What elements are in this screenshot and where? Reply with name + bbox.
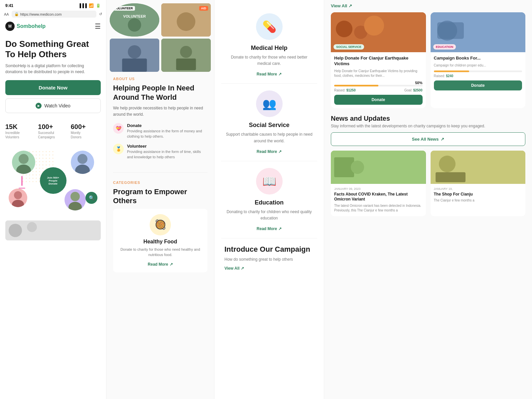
donate-campaign-button-cianjur[interactable]: Donate — [334, 95, 423, 105]
medical-read-more-label: Read More — [257, 72, 277, 76]
campaign-title-cianjur: Help Donate For Cianjur Earthquake Victi… — [334, 56, 423, 67]
svg-rect-10 — [21, 176, 23, 186]
campaign-intro: Introduce Our Campaign How do something … — [221, 238, 317, 271]
news-desc: Stay informed with the latest developmen… — [331, 124, 525, 128]
campaign-percent-cianjur: 50% — [334, 81, 423, 85]
panel-services: 💊 Medical Help Donate to charity for tho… — [214, 0, 324, 399]
wifi-icon: 📶 — [89, 3, 94, 8]
svg-point-2 — [19, 154, 29, 164]
nav-header: M Sombohelp ☰ — [0, 19, 106, 34]
campaign-desc-books: Campaign for children proper edu... — [434, 63, 522, 68]
view-all-top[interactable]: View All ↗ — [331, 0, 525, 12]
campaign-badge-edu: EDUCATION — [433, 44, 456, 50]
status-bar: 9:41 ▐▐▐ 📶 🔋 — [0, 0, 106, 9]
campaign-progress-fill-books — [434, 70, 469, 72]
stat-label-campaigns: SuccessfulCampaigns — [38, 131, 68, 139]
social-read-more[interactable]: Read More ↗ — [257, 149, 282, 154]
stat-label-volunteers: IncredibleVolunters — [5, 131, 35, 139]
see-all-news-label: See All News — [412, 137, 439, 142]
stat-volunteers: 15K IncredibleVolunters — [5, 123, 35, 139]
avatar-2 — [71, 151, 94, 174]
healthy-food-read-more[interactable]: Read More ↗ — [148, 262, 173, 267]
hamburger-menu[interactable]: ☰ — [95, 22, 101, 30]
news-img-covid — [331, 151, 426, 184]
categories-content: CATEGORIES Program to Empower Others 🥘 H… — [106, 175, 214, 282]
medical-read-more[interactable]: Read More ↗ — [257, 72, 282, 76]
volunteer-feature-desc: Providing assistance in the form of time… — [127, 149, 207, 160]
community-section: Join 500+ People Donate 🔍 — [5, 144, 101, 217]
raised-value-books: $240 — [446, 74, 453, 78]
svg-point-14 — [27, 222, 37, 232]
goal-label-cianjur: Goal: $2500 — [404, 88, 423, 92]
donate-campaign-button-books[interactable]: Donate — [434, 80, 522, 90]
svg-point-7 — [12, 200, 24, 207]
education-desc: Donating to charity for children who nee… — [224, 209, 314, 221]
news-date-covid: JANUARY 09, 2023 — [334, 187, 423, 191]
news-headline-covid: Facts About COVID Kraken, The Latest Omi… — [334, 192, 423, 202]
feature-donate: 💝 Donate Providing assistance in the for… — [113, 123, 207, 139]
stat-num-volunteers: 15K — [5, 123, 35, 131]
logo-icon: M — [5, 22, 15, 31]
about-desc: We help provide necessities to help peop… — [113, 105, 207, 118]
status-icons: ▐▐▐ 📶 🔋 — [78, 3, 101, 8]
search-badge[interactable]: 🔍 — [85, 192, 97, 204]
medical-title: Medical Help — [224, 45, 314, 52]
stat-campaigns: 100+ SuccessfulCampaigns — [38, 123, 68, 139]
about-img-volunteer: VOLUNTEER VOLUNTEER — [110, 3, 159, 37]
svg-rect-11 — [19, 188, 25, 189]
reload-icon[interactable]: ↺ — [99, 12, 102, 16]
svg-text:VOLUNTEER: VOLUNTEER — [123, 14, 146, 18]
campaign-badge-social-label: SOCIAL SERVICE — [336, 45, 361, 49]
font-size-label: AA — [4, 12, 9, 16]
education-arrow: ↗ — [278, 226, 282, 231]
healthy-food-read-more-label: Read More — [148, 262, 168, 267]
campaign-intro-desc: How do something great to help others — [224, 256, 314, 262]
see-all-news-arrow: ↗ — [441, 137, 444, 142]
logo-accent: help — [35, 23, 46, 29]
svg-point-24 — [180, 46, 192, 58]
about-images-grid: VOLUNTEER VOLUNTEER AID — [110, 3, 211, 73]
join-badge: Join 500+ People Donate — [40, 167, 66, 194]
campaign-intro-title: Introduce Our Campaign — [224, 245, 314, 254]
logo-text: Sombohelp — [17, 23, 46, 29]
view-all-arrow: ↗ — [348, 3, 352, 8]
donate-now-button[interactable]: Donate Now — [5, 80, 101, 95]
svg-point-9 — [68, 202, 82, 210]
campaign-view-all[interactable]: View All ↗ — [224, 266, 244, 271]
svg-point-8 — [70, 192, 80, 201]
campaign-stats-cianjur: Raised: $1250 Goal: $2500 — [334, 88, 423, 92]
healthy-food-icon: 🥘 — [155, 219, 166, 230]
news-excerpt-shop: The Cianjur e few months a — [434, 198, 522, 203]
donate-feature-desc: Providing assistance in the form of mone… — [127, 129, 207, 139]
watch-video-button[interactable]: ▶ Watch Video — [5, 98, 101, 113]
about-img-elderly — [110, 39, 159, 72]
panel-about-categories: VOLUNTEER VOLUNTEER AID ABOUT US Helping… — [106, 0, 214, 399]
healthy-food-desc: Donate to charity for those who need hea… — [118, 247, 202, 258]
campaign-img-books: EDUCATION — [431, 12, 526, 52]
campaign-progress-bar-books — [434, 70, 522, 72]
news-card-shop: JANUARY 19, The Shop For Cianju The Cian… — [431, 151, 526, 216]
url-bar[interactable]: 🔒 https://www.medicon.com — [12, 11, 96, 18]
category-healthy-food: 🥘 Healthy Food Donate to charity for tho… — [113, 209, 207, 272]
news-date-shop: JANUARY 19, — [434, 187, 522, 191]
news-headline-shop: The Shop For Cianju — [434, 192, 522, 197]
svg-rect-32 — [437, 22, 464, 39]
medical-icon: 💊 — [262, 20, 276, 33]
news-img-inner-shop — [431, 151, 526, 184]
campaign-img-cianjur: SOCIAL SERVICE — [331, 12, 426, 52]
donate-feature-icon: 💝 — [113, 123, 124, 134]
avatar-1 — [12, 151, 35, 174]
social-arrow: ↗ — [278, 149, 282, 154]
education-read-more[interactable]: Read More ↗ — [257, 226, 282, 231]
campaign-body-cianjur: Help Donate For Cianjur Earthquake Victi… — [331, 52, 426, 108]
news-body-covid: JANUARY 09, 2023 Facts About COVID Krake… — [331, 184, 426, 216]
logo-area: M Sombohelp — [5, 22, 46, 31]
news-grid: JANUARY 09, 2023 Facts About COVID Krake… — [331, 151, 525, 216]
social-icon-wrap: 👥 — [256, 90, 283, 117]
panel-mobile-app: 9:41 ▐▐▐ 📶 🔋 AA 🔒 https://www.medicon.co… — [0, 0, 106, 399]
see-all-news-button[interactable]: See All News ↗ — [331, 132, 525, 146]
join-line3: Donate — [49, 182, 58, 185]
lock-icon: 🔒 — [14, 12, 19, 16]
time: 9:41 — [5, 3, 13, 8]
service-medical: 💊 Medical Help Donate to charity for tho… — [221, 7, 317, 84]
